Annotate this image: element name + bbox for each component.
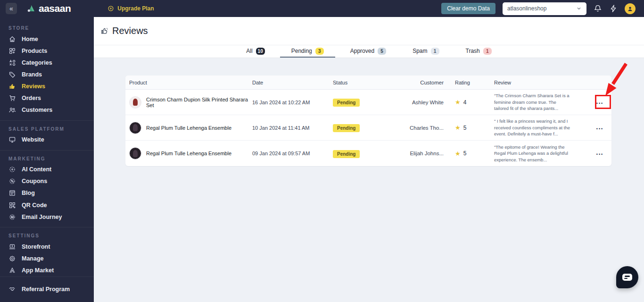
sidebar-item-label: Brands (22, 71, 42, 78)
upgrade-plan-label: Upgrade Plan (117, 5, 154, 12)
column-header-review: Review (486, 80, 585, 85)
sidebar-item-products[interactable]: Products (0, 45, 94, 57)
customer-name: Ashley White (403, 100, 446, 105)
status-badge: Pending (333, 99, 360, 107)
section-header-store: STORE (0, 20, 94, 33)
sidebar-item-orders[interactable]: Orders (0, 92, 94, 104)
status-badge: Pending (333, 124, 360, 132)
topbar: « aasaan Upgrade Plan Clear demo Data at… (0, 0, 644, 17)
laptop-icon (8, 243, 16, 251)
lightning-bolt-icon[interactable] (609, 4, 618, 13)
review-text: "The epitome of grace! Wearing the Regal… (494, 144, 572, 163)
sidebar-item-ai-content[interactable]: AI Content (0, 164, 94, 176)
review-date: 16 Jan 2024 at 10:22 AM (250, 100, 330, 105)
logo[interactable]: aasaan (26, 3, 71, 14)
sidebar-item-label: QR Code (22, 202, 47, 209)
gear-icon (8, 255, 16, 262)
customer-name: Elijah Johns... (403, 151, 446, 156)
sidebar-item-home[interactable]: Home (0, 33, 94, 45)
customer-name: Charles Tho... (403, 125, 446, 131)
rating-value: 5 (463, 125, 467, 131)
notifications-bell-icon[interactable] (594, 4, 602, 13)
tab-trash[interactable]: Trash 1 (454, 45, 503, 58)
sidebar-item-brands[interactable]: Brands (0, 68, 94, 80)
review-text: " I felt like a princess wearing it, and… (494, 118, 572, 137)
tab-approved[interactable]: Approved 5 (339, 45, 397, 58)
section-header-marketing: MARKETING (0, 151, 94, 164)
table-row[interactable]: Crimson Charm Dupion Silk Printed Sharar… (125, 90, 611, 115)
main-content: Reviews All 10 Pending 3 Approved 5 Spam… (94, 17, 644, 302)
sidebar-item-referral-program[interactable]: Referral Program (0, 283, 94, 296)
handshake-icon (8, 285, 16, 293)
user-avatar[interactable] (625, 3, 636, 14)
sidebar-item-blog[interactable]: Blog (0, 187, 94, 199)
product-name: Crimson Charm Dupion Silk Printed Sharar… (146, 97, 250, 108)
sidebar-item-label: Email Journey (22, 214, 62, 220)
tab-count-badge: 10 (256, 48, 265, 55)
home-icon (8, 35, 16, 43)
sidebar-item-label: Website (22, 136, 44, 143)
column-header-rating: Rating (446, 80, 486, 85)
sidebar-item-label: Storefront (22, 243, 50, 250)
row-actions-ellipsis-button[interactable]: ••• (596, 152, 603, 157)
sidebar-item-label: Blog (22, 190, 35, 196)
review-date: 09 Jan 2024 at 09:57 AM (250, 151, 330, 156)
tab-count-badge: 5 (378, 48, 386, 55)
product-image (129, 147, 141, 159)
star-icon: ★ (455, 124, 461, 131)
column-header-date: Date (250, 80, 330, 85)
sidebar-item-label: Home (22, 36, 38, 42)
review-status-tabs: All 10 Pending 3 Approved 5 Spam 1 Trash… (94, 45, 644, 58)
sidebar-item-categories[interactable]: Categories (0, 57, 94, 68)
product-image (129, 96, 141, 109)
table-row[interactable]: Regal Plum Tulle Lehenga Ensemble 09 Jan… (125, 141, 611, 166)
column-header-customer: Customer (403, 80, 446, 85)
tab-pending[interactable]: Pending 3 (280, 45, 335, 58)
sidebar-item-website[interactable]: Website (0, 134, 94, 146)
tab-spam[interactable]: Spam 1 (401, 45, 450, 58)
table-header-row: Product Date Status Customer Rating Revi… (125, 76, 611, 90)
star-icon: ★ (455, 150, 461, 157)
tab-count-badge: 3 (315, 48, 324, 55)
sidebar-item-label: Coupons (22, 178, 47, 185)
sidebar-item-storefront[interactable]: Storefront (0, 241, 94, 252)
ai-badge-icon (8, 166, 16, 173)
clear-demo-data-button[interactable]: Clear demo Data (441, 3, 495, 14)
tag-icon (8, 71, 16, 78)
sidebar-item-reviews[interactable]: Reviews (0, 80, 94, 92)
rating-value: 5 (463, 150, 467, 157)
section-header-settings: SETTINGS (0, 227, 94, 241)
customers-icon (8, 106, 16, 114)
upgrade-plan-button[interactable]: Upgrade Plan (107, 5, 154, 12)
tab-all[interactable]: All 10 (235, 45, 276, 58)
sidebar-item-label: Reviews (22, 83, 45, 90)
tab-count-badge: 1 (483, 48, 492, 55)
product-name: Regal Plum Tulle Lehenga Ensemble (146, 125, 231, 131)
sidebar-item-app-market[interactable]: App Market (0, 264, 94, 276)
blog-icon (8, 189, 16, 197)
review-date: 10 Jan 2024 at 11:41 AM (250, 125, 330, 131)
monitor-icon (8, 136, 16, 143)
sidebar-item-customers[interactable]: Customers (0, 104, 94, 116)
star-icon: ★ (455, 99, 461, 106)
sidebar-item-label: Orders (22, 95, 41, 101)
sidebar-item-manage[interactable]: Manage (0, 252, 94, 264)
sidebar-collapse-button[interactable]: « (6, 3, 17, 14)
sidebar-item-label: Manage (22, 255, 44, 262)
plus-circle-icon (107, 5, 114, 12)
sidebar-item-label: App Market (22, 267, 54, 274)
sidebar-item-email-journey[interactable]: Email Journey (0, 211, 94, 223)
row-actions-ellipsis-button[interactable]: ••• (596, 126, 603, 131)
reviews-thumbs-icon (8, 83, 16, 90)
page-title: Reviews (112, 25, 148, 36)
chat-widget-button[interactable] (616, 266, 638, 288)
sidebar-item-qr-code[interactable]: QR Code (0, 199, 94, 211)
review-text: "The Crimson Charm Sharara Set is a femi… (494, 92, 572, 111)
store-selector-value: atlasonlineshop (507, 5, 546, 12)
sidebar-item-coupons[interactable]: Coupons (0, 176, 94, 187)
app-market-icon (8, 267, 16, 274)
status-badge: Pending (333, 150, 360, 158)
sidebar: STORE Home Products Categories Brands Re… (0, 17, 94, 302)
table-row[interactable]: Regal Plum Tulle Lehenga Ensemble 10 Jan… (125, 115, 611, 141)
store-selector-dropdown[interactable]: atlasonlineshop (503, 2, 586, 15)
